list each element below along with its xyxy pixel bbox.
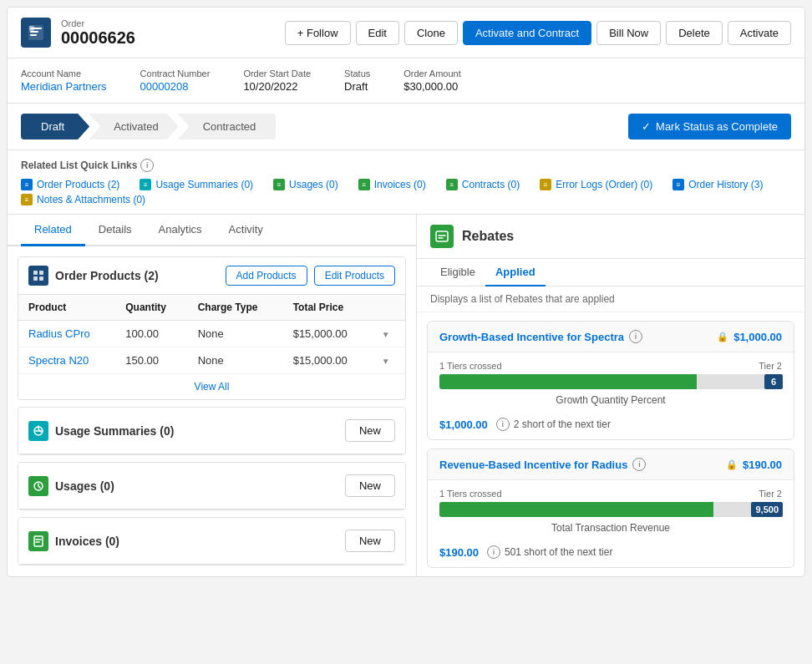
rebate-card: Growth-Based Incentive for Spectra i 🔒 $… [427,321,794,440]
contracted-step: Contracted [178,114,277,139]
mark-complete-label: Mark Status as Complete [656,120,778,133]
progress-fill [439,502,713,517]
product-link[interactable]: Radius CPro [28,327,90,340]
progress-bar: 6 [439,374,782,389]
table-row: Radius CPro100.00None$15,000.00▼ [18,321,405,347]
rebate-info-icon[interactable]: i [632,458,646,471]
quick-links-title: Related List Quick Links i [21,159,791,172]
usage-summaries-title: Usage Summaries (0) [55,424,345,438]
status-value: Draft [344,80,370,93]
rebate-amount: 🔒 $190.00 [726,459,782,471]
rebates-header: Rebates [417,215,804,259]
quick-link-item[interactable]: ≡Notes & Attachments (0) [21,194,145,205]
tier-left-label: 1 Tiers crossed [439,361,502,371]
invoices-title: Invoices (0) [55,535,345,548]
order-start-date-label: Order Start Date [243,68,311,79]
mark-complete-button[interactable]: ✓ Mark Status as Complete [628,114,791,139]
rebates-description: Displays a list of Rebates that are appl… [417,286,804,312]
follow-button[interactable]: + Follow [285,21,351,45]
rebates-icon [430,225,454,248]
quick-link-item[interactable]: ≡Usage Summaries (0) [140,179,253,190]
quick-link-item[interactable]: ≡Invoices (0) [358,179,426,190]
rebate-card-title[interactable]: Growth-Based Incentive for Spectra i [439,330,642,343]
status-step-activated: Activated [89,114,178,139]
order-start-date-value: 10/20/2022 [243,80,311,93]
edit-products-button[interactable]: Edit Products [314,266,395,286]
header-actions: + Follow Edit Clone Activate and Contrac… [285,21,791,45]
rebates-tab-eligible[interactable]: Eligible [430,259,485,286]
status-step-contracted: Contracted [179,114,277,139]
tier-labels: 1 Tiers crossed Tier 2 [439,489,782,499]
add-products-button[interactable]: Add Products [226,266,307,286]
rebate-amount: 🔒 $1,000.00 [717,331,782,343]
total-price-value: $15,000.00 [293,327,348,340]
row-dropdown-icon[interactable]: ▼ [382,330,390,339]
rebate-cards-container: Growth-Based Incentive for Spectra i 🔒 $… [417,321,804,568]
quick-link-item[interactable]: ≡Usages (0) [273,179,338,190]
activated-step: Activated [89,114,178,139]
quantity-value: 100.00 [125,327,159,340]
quick-links-section: Related List Quick Links i ≡Order Produc… [8,150,804,215]
main-split: RelatedDetailsAnalyticsActivity Order Pr… [8,215,804,576]
tier-right-label: Tier 2 [759,489,782,499]
rebate-info-icon[interactable]: i [629,330,642,343]
product-link[interactable]: Spectra N20 [28,354,89,367]
lock-icon: 🔒 [726,459,738,470]
usages-section: Usages (0) New [18,462,406,510]
order-label: Order [61,18,285,28]
svg-rect-8 [34,536,43,546]
quick-links-grid: ≡Order Products (2)≡Usage Summaries (0)≡… [21,179,791,205]
hint-info-icon[interactable]: i [487,545,500,559]
quick-link-item[interactable]: ≡Contracts (0) [446,179,520,190]
right-panel: Rebates EligibleApplied Displays a list … [417,215,804,576]
usages-new-button[interactable]: New [345,474,395,497]
quick-link-item[interactable]: ≡Order History (3) [672,179,763,190]
rebate-card-title[interactable]: Revenue-Based Incentive for Radius i [439,458,646,471]
tab-activity[interactable]: Activity [216,215,277,246]
quantity-value: 150.00 [125,354,159,367]
rebate-footer-value: $190.00 [439,546,479,559]
tab-details[interactable]: Details [85,215,145,246]
tab-related[interactable]: Related [21,215,85,246]
edit-button[interactable]: Edit [356,21,399,45]
hint-info-icon[interactable]: i [496,418,510,431]
quick-link-item[interactable]: ≡Order Products (2) [21,179,119,190]
rebate-card-header: Growth-Based Incentive for Spectra i 🔒 $… [428,322,794,352]
svg-rect-4 [33,276,38,281]
rebate-card-body: 1 Tiers crossed Tier 2 6 Growth Quantity… [428,352,794,439]
usage-summaries-header: Usage Summaries (0) New [18,408,405,454]
tier-labels: 1 Tiers crossed Tier 2 [439,361,782,371]
meta-row: Account Name Meridian Partners Contract … [8,58,804,104]
row-dropdown-icon[interactable]: ▼ [382,357,390,366]
activate-button[interactable]: Activate [728,21,791,45]
table-row: Spectra N20150.00None$15,000.00▼ [18,347,405,374]
col-quantity: Quantity [115,295,187,321]
rebates-tab-applied[interactable]: Applied [485,259,546,286]
delete-button[interactable]: Delete [666,21,723,45]
tab-analytics[interactable]: Analytics [145,215,216,246]
rebate-footer: $190.00 i 501 short of the next tier [439,540,782,559]
svg-rect-2 [33,271,38,275]
usages-title: Usages (0) [55,479,345,493]
bill-now-button[interactable]: Bill Now [596,21,661,45]
view-all-link[interactable]: View All [18,373,405,399]
contract-number-label: Contract Number [140,68,211,79]
usage-summaries-new-button[interactable]: New [345,419,395,442]
clone-button[interactable]: Clone [404,21,458,45]
col-product: Product [18,295,115,321]
quick-link-item[interactable]: ≡Error Logs (Order) (0) [540,179,652,190]
progress-bar: 9,500 [439,502,782,517]
order-number: 00006626 [61,28,285,48]
draft-step: Draft [21,114,89,139]
account-name-link[interactable]: Meridian Partners [21,80,107,93]
invoices-new-button[interactable]: New [345,530,395,552]
activate-contract-button[interactable]: Activate and Contract [463,21,591,45]
quick-links-info-icon[interactable]: i [140,159,154,172]
usage-summaries-section: Usage Summaries (0) New [18,407,406,455]
contract-number-link[interactable]: 00000208 [140,80,211,93]
rebate-footer-value: $1,000.00 [439,418,488,431]
status-step-draft: Draft [21,114,89,139]
usages-icon [28,476,48,496]
contract-number-field: Contract Number 00000208 [140,68,211,93]
svg-rect-1 [29,26,34,31]
